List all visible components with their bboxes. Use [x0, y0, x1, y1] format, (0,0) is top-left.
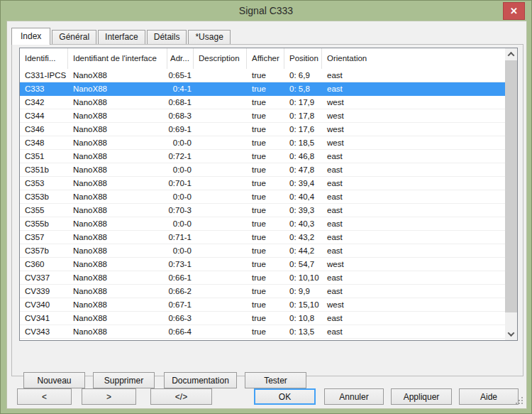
cell-adr: 0:0-0	[167, 244, 194, 257]
cell-orientation: east	[322, 150, 505, 163]
table-row[interactable]: C351bNanoX880:0-0true0: 47,8east	[20, 163, 505, 177]
column-header[interactable]: Identifi...	[20, 48, 68, 69]
table-row[interactable]: C333NanoX880:4-1true0: 5,8east	[20, 82, 505, 96]
table-row[interactable]: C353NanoX880:70-1true0: 39,4east	[20, 177, 505, 190]
cell-adr: 0:68-1	[167, 96, 194, 109]
cell-interface: NanoX88	[68, 204, 167, 217]
table-row[interactable]: C355NanoX880:70-3true0: 39,3east	[20, 204, 505, 217]
appliquer-button[interactable]: Appliquer	[391, 388, 452, 405]
table-row[interactable]: C342NanoX880:68-1true0: 17,9west	[20, 96, 505, 109]
aide-button[interactable]: Aide	[459, 388, 519, 405]
resize-grip[interactable]	[515, 397, 523, 405]
signals-table: Identifi...Identifiant de l'interfaceAdr…	[19, 48, 518, 341]
cell-id: CV339	[20, 285, 68, 298]
column-header[interactable]: Orientation	[322, 48, 517, 69]
column-header[interactable]: Description	[194, 48, 247, 69]
cell-interface: NanoX88	[68, 258, 167, 271]
cell-id: C348	[20, 136, 68, 149]
column-header[interactable]: Position	[284, 48, 322, 69]
supprimer-button[interactable]: Supprimer	[93, 372, 155, 388]
cell-description	[194, 204, 247, 217]
next-button[interactable]: >	[82, 388, 136, 405]
cell-afficher: true	[247, 150, 284, 163]
nouveau-button[interactable]: Nouveau	[23, 372, 85, 388]
dialog-window: Signal C333 ✕ IndexGénéralInterfaceDétai…	[0, 0, 532, 414]
cell-interface: NanoX88	[68, 96, 167, 109]
table-row[interactable]: C348NanoX880:0-0true0: 18,5west	[20, 136, 505, 150]
cell-description	[194, 150, 247, 163]
cell-interface: NanoX88	[68, 312, 167, 325]
cell-id: C351	[20, 150, 68, 163]
cell-id: C342	[20, 96, 68, 109]
cell-orientation: west	[322, 136, 505, 149]
cell-position: 0: 46,8	[284, 150, 322, 163]
scroll-up-button[interactable]	[505, 48, 517, 60]
cell-interface: NanoX88	[68, 244, 167, 257]
cell-orientation: east	[322, 177, 505, 190]
tab-détails[interactable]: Détails	[147, 30, 187, 44]
column-header[interactable]: Adr...	[167, 48, 194, 69]
cell-description	[194, 136, 247, 149]
table-row[interactable]: CV339NanoX880:66-2true0: 9,9east	[20, 285, 505, 298]
cell-adr: 0:72-1	[167, 150, 194, 163]
table-row[interactable]: C360NanoX880:73-1true0: 54,7west	[20, 258, 505, 271]
cell-interface: NanoX88	[68, 136, 167, 149]
cell-id: C355	[20, 204, 68, 217]
cell-interface: NanoX88	[68, 109, 167, 122]
cell-position: 0: 39,4	[284, 177, 322, 190]
dialog-client-area: IndexGénéralInterfaceDétails*Usage Ident…	[6, 21, 527, 409]
scroll-down-button[interactable]	[505, 328, 517, 340]
cell-interface: NanoX88	[68, 325, 167, 338]
cell-id: C344	[20, 109, 68, 122]
cell-description	[194, 298, 247, 311]
cell-orientation: east	[322, 271, 505, 284]
cell-adr: 0:68-3	[167, 109, 194, 122]
table-row[interactable]: C351NanoX880:72-1true0: 46,8east	[20, 150, 505, 163]
column-header[interactable]: Afficher	[247, 48, 284, 69]
table-row[interactable]: C357NanoX880:71-1true0: 43,2east	[20, 231, 505, 244]
prev-button[interactable]: <	[17, 388, 72, 405]
close-button[interactable]: ✕	[503, 2, 525, 20]
table-row[interactable]: C346NanoX880:69-1true0: 17,6west	[20, 123, 505, 136]
cell-afficher: true	[247, 163, 284, 176]
cell-interface: NanoX88	[68, 82, 167, 95]
cell-id: C355b	[20, 217, 68, 230]
cell-orientation: east	[322, 163, 505, 176]
tab-index[interactable]: Index	[11, 28, 50, 45]
cell-position: 0: 13,5	[284, 325, 322, 338]
cell-afficher: true	[247, 244, 284, 257]
cell-interface: NanoX88	[68, 231, 167, 244]
table-row[interactable]: CV341NanoX880:66-3true0: 10,8east	[20, 312, 505, 325]
annuler-button[interactable]: Annuler	[324, 388, 384, 405]
cell-afficher: true	[247, 177, 284, 190]
cell-afficher: true	[247, 109, 284, 122]
table-header: Identifi...Identifiant de l'interfaceAdr…	[20, 48, 517, 69]
cell-orientation: west	[322, 258, 505, 271]
table-row[interactable]: C331-IPCSNanoX880:65-1true0: 6,9east	[20, 69, 505, 82]
cell-orientation: west	[322, 298, 505, 311]
scrollbar-thumb[interactable]	[505, 60, 517, 312]
cell-description	[194, 163, 247, 176]
table-row[interactable]: C353bNanoX880:0-0true0: 40,4east	[20, 190, 505, 204]
code-view-button[interactable]: </>	[150, 388, 212, 405]
documentation-button[interactable]: Documentation	[164, 372, 237, 388]
table-row[interactable]: CV340NanoX880:67-1true0: 15,10west	[20, 298, 505, 312]
ok-button[interactable]: OK	[254, 388, 316, 405]
vertical-scrollbar[interactable]	[505, 48, 517, 340]
tab-interface[interactable]: Interface	[98, 30, 145, 44]
table-row[interactable]: C344NanoX880:68-3true0: 17,8west	[20, 109, 505, 123]
column-header[interactable]: Identifiant de l'interface	[68, 48, 167, 69]
table-row[interactable]: C357bNanoX880:0-0true0: 44,2east	[20, 244, 505, 258]
cell-orientation: east	[322, 204, 505, 217]
cell-afficher: true	[247, 69, 284, 82]
table-row[interactable]: C355bNanoX880:0-0true0: 40,3east	[20, 217, 505, 231]
table-row[interactable]: CV343NanoX880:66-4true0: 13,5east	[20, 325, 505, 339]
cell-orientation: east	[322, 69, 505, 82]
tester-button[interactable]: Tester	[245, 372, 306, 388]
tab-usage[interactable]: *Usage	[188, 30, 230, 44]
cell-position: 0: 10,8	[284, 312, 322, 325]
cell-afficher: true	[247, 82, 284, 95]
tab-général[interactable]: Général	[52, 30, 96, 44]
cell-description	[194, 285, 247, 298]
table-row[interactable]: CV337NanoX880:66-1true0: 10,10east	[20, 271, 505, 285]
